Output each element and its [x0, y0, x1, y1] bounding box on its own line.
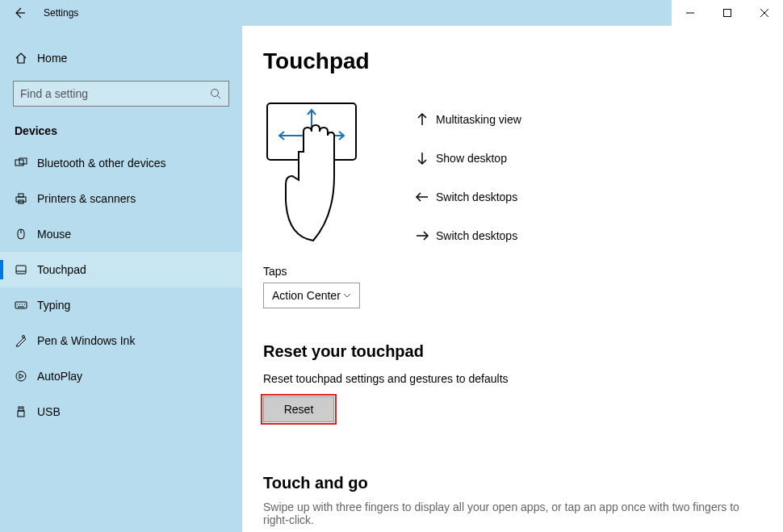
- arrow-up-icon: [408, 112, 436, 127]
- sidebar-item-autoplay[interactable]: AutoPlay: [0, 358, 242, 394]
- sidebar: Home Devices Bluetooth & other devices P…: [0, 26, 242, 532]
- home-icon: [15, 52, 37, 65]
- sidebar-item-pen[interactable]: Pen & Windows Ink: [0, 323, 242, 358]
- touch-and-go-desc: Swipe up with three fingers to display a…: [263, 501, 762, 526]
- taps-label: Taps: [263, 265, 762, 278]
- sidebar-item-label: Printers & scanners: [37, 192, 136, 205]
- minimize-button[interactable]: [672, 0, 709, 26]
- autoplay-icon: [15, 370, 37, 383]
- content-area: Touchpad: [242, 26, 783, 532]
- sidebar-item-usb[interactable]: USB: [0, 394, 242, 429]
- maximize-button[interactable]: [709, 0, 746, 26]
- pen-icon: [15, 334, 37, 347]
- section-header-devices: Devices: [0, 107, 242, 145]
- svg-point-22: [16, 371, 26, 381]
- chevron-down-icon: [343, 293, 351, 298]
- page-title: Touchpad: [263, 48, 762, 74]
- gesture-label: Multitasking view: [436, 113, 521, 126]
- sidebar-item-printers[interactable]: Printers & scanners: [0, 181, 242, 216]
- svg-rect-9: [19, 194, 23, 197]
- search-input[interactable]: [20, 87, 209, 100]
- sidebar-item-label: Touchpad: [37, 263, 86, 276]
- back-button[interactable]: [0, 0, 39, 26]
- svg-rect-13: [16, 266, 26, 274]
- gesture-label: Show desktop: [436, 152, 507, 165]
- touchpad-icon: [15, 263, 37, 276]
- keyboard-icon: [15, 299, 37, 312]
- gesture-item-left: Switch desktops: [408, 178, 762, 216]
- gesture-item-down: Show desktop: [408, 139, 762, 178]
- svg-point-21: [23, 336, 25, 338]
- sidebar-item-typing[interactable]: Typing: [0, 287, 242, 323]
- sidebar-item-bluetooth[interactable]: Bluetooth & other devices: [0, 145, 242, 181]
- gesture-illustration: [263, 95, 376, 249]
- svg-rect-24: [18, 411, 24, 417]
- gesture-item-right: Switch desktops: [408, 216, 762, 255]
- sidebar-item-label: AutoPlay: [37, 370, 82, 383]
- sidebar-item-label: Bluetooth & other devices: [37, 157, 166, 170]
- svg-rect-1: [724, 10, 731, 17]
- touch-and-go-title: Touch and go: [263, 474, 762, 492]
- usb-icon: [15, 405, 37, 418]
- taps-dropdown[interactable]: Action Center: [263, 283, 360, 308]
- arrow-left-icon: [408, 191, 436, 203]
- svg-point-4: [211, 90, 219, 97]
- bluetooth-devices-icon: [15, 157, 37, 170]
- sidebar-item-label: USB: [37, 405, 61, 418]
- window-controls: [672, 0, 783, 26]
- gesture-item-up: Multitasking view: [408, 100, 762, 139]
- mouse-icon: [15, 228, 37, 241]
- sidebar-item-label: Pen & Windows Ink: [37, 334, 135, 347]
- svg-rect-23: [19, 407, 23, 411]
- sidebar-item-label: Mouse: [37, 228, 71, 241]
- sidebar-item-label: Typing: [37, 299, 70, 312]
- search-box[interactable]: [13, 81, 229, 107]
- reset-section-title: Reset your touchpad: [263, 342, 762, 361]
- home-nav[interactable]: Home: [0, 42, 242, 74]
- gesture-label: Switch desktops: [436, 229, 517, 242]
- svg-line-5: [218, 96, 221, 99]
- sidebar-item-touchpad[interactable]: Touchpad: [0, 252, 242, 287]
- reset-section-desc: Reset touchpad settings and gestures to …: [263, 372, 762, 385]
- window-title: Settings: [44, 7, 78, 19]
- taps-value: Action Center: [272, 289, 341, 302]
- home-label: Home: [37, 52, 67, 65]
- arrow-down-icon: [408, 151, 436, 165]
- arrow-right-icon: [408, 230, 436, 241]
- gesture-list: Multitasking view Show desktop Switch de…: [408, 95, 762, 255]
- titlebar: Settings: [0, 0, 783, 26]
- svg-rect-15: [15, 302, 27, 308]
- reset-button[interactable]: Reset: [263, 396, 334, 422]
- gesture-label: Switch desktops: [436, 191, 517, 203]
- svg-rect-8: [16, 197, 26, 202]
- close-button[interactable]: [746, 0, 783, 26]
- search-icon: [209, 87, 222, 100]
- printer-icon: [15, 192, 37, 205]
- sidebar-item-mouse[interactable]: Mouse: [0, 216, 242, 252]
